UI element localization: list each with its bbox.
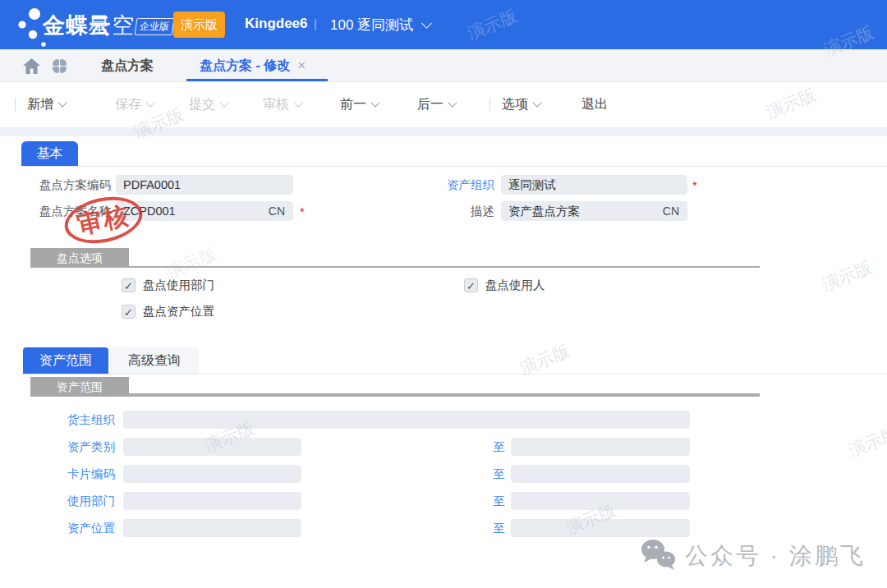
use-department-label[interactable]: 使用部门 [0,492,115,510]
tab-basic[interactable]: 基本 [21,141,78,166]
toolbar: 新增 保存 提交 审核 前一 后一 选项 退出 [0,82,887,127]
asset-location-from-input[interactable] [123,519,301,537]
checkbox-label: 盘点使用人 [485,278,545,293]
locale-tag[interactable]: CN [269,201,285,221]
window-tab-bar: 盘点方案 盘点方案 - 修改× [0,49,887,82]
section-spacer [0,127,887,136]
kingdee-window: 金蝶云 星空 企业版 演示版 Kingdee6 | 100 逐同测试 盘点方案 … [0,0,887,588]
options-button[interactable]: 选项 [502,94,540,115]
checkbox-inventory-department[interactable]: ✓ [122,278,136,292]
options-group-line [129,266,760,268]
asset-category-label[interactable]: 资产类别 [0,438,115,456]
to-label: 至 [462,465,505,483]
to-label: 至 [462,519,505,537]
chevron-down-icon [145,98,154,107]
chevron-down-icon [532,98,541,107]
home-icon[interactable] [23,58,40,74]
asset-location-label[interactable]: 资产位置 [0,519,115,537]
description-input[interactable]: 资产盘点方案 CN [501,201,687,221]
checkbox-label: 盘点资产位置 [143,304,214,319]
previous-button[interactable]: 前一 [340,94,379,115]
topbar-separator: | [314,16,317,30]
edition-badge: 企业版 [135,18,175,35]
asset-org-label[interactable]: 资产组织 [379,175,494,195]
save-button[interactable]: 保存 [115,94,154,115]
card-number-label[interactable]: 卡片编码 [0,465,115,483]
brand-subname: 星空 [88,11,136,40]
card-number-to-input[interactable] [511,465,690,483]
card-number-from-input[interactable] [123,465,301,483]
submit-button[interactable]: 提交 [189,94,227,115]
toolbar-divider [489,98,490,111]
asset-category-from-input[interactable] [123,438,301,456]
chevron-down-icon [57,98,67,107]
checkbox-label: 盘点使用部门 [143,278,214,293]
demo-version-badge: 演示版 [173,11,225,38]
plan-name-input[interactable]: ZCPD001 CN [116,201,293,221]
chevron-down-icon [421,18,432,29]
use-department-from-input[interactable] [123,492,301,510]
use-department-to-input[interactable] [511,492,690,510]
tab-advanced-query[interactable]: 高级查询 [110,347,199,374]
asset-location-to-input[interactable] [511,519,690,537]
plan-code-input[interactable]: PDFA0001 [116,175,293,195]
options-group-title: 盘点选项 [30,248,129,268]
demo-watermark: 演示版 [845,421,887,462]
range-group-line [129,393,760,397]
locale-tag[interactable]: CN [663,201,679,221]
active-tab-indicator [186,79,328,81]
basic-tab-divider [21,166,887,167]
chevron-down-icon [448,98,457,107]
tab-asset-range[interactable]: 资产范围 [23,347,108,374]
description-value: 资产盘点方案 [508,204,580,218]
asset-org-input[interactable]: 逐同测试 [501,175,687,195]
chevron-down-icon [293,98,302,107]
exit-button[interactable]: 退出 [581,94,608,115]
tab-inventory-plan-edit[interactable]: 盘点方案 - 修改× [200,49,306,82]
demo-watermark: 演示版 [819,255,876,296]
footer-watermark-text: 公众号 · 涂鹏飞 [685,540,866,572]
owner-org-label[interactable]: 货主组织 [0,411,115,429]
range-tabs-divider [23,374,887,374]
app-grid-icon[interactable] [53,59,67,73]
audit-stamp: 审核 [60,191,146,250]
to-label: 至 [462,438,505,456]
range-group-title: 资产范围 [30,377,129,397]
audit-stamp-text: 审核 [74,198,132,241]
tab-label: 盘点方案 - 修改 [200,58,290,72]
new-button[interactable]: 新增 [27,94,66,115]
chevron-down-icon [370,98,379,107]
required-marker: * [692,176,697,195]
toolbar-divider [15,98,16,111]
description-label: 描述 [379,201,494,221]
to-label: 至 [462,492,505,510]
current-org: 100 逐同测试 [330,17,413,33]
next-button[interactable]: 后一 [417,94,456,115]
org-switcher[interactable]: 100 逐同测试 [330,16,430,34]
tab-inventory-plan-list[interactable]: 盘点方案 [101,49,154,82]
checkbox-inventory-user[interactable]: ✓ [464,278,478,292]
required-marker: * [300,202,305,222]
top-bar: 金蝶云 星空 企业版 演示版 Kingdee6 | 100 逐同测试 [0,0,887,49]
owner-org-input[interactable] [123,411,690,429]
login-user: Kingdee6 [245,16,308,32]
audit-button[interactable]: 审核 [263,94,301,115]
checkbox-inventory-location[interactable]: ✓ [122,305,136,319]
close-icon[interactable]: × [297,57,306,73]
asset-category-to-input[interactable] [511,438,690,456]
wechat-icon [639,537,678,573]
chevron-down-icon [219,98,228,107]
plan-code-label: 盘点方案编码 [0,175,111,195]
